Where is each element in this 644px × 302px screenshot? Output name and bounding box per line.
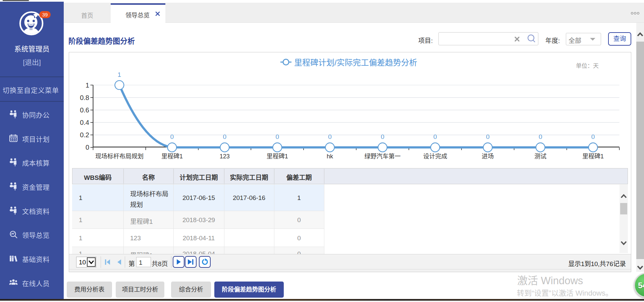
- svg-text:0: 0: [381, 133, 384, 140]
- svg-text:0: 0: [486, 133, 490, 140]
- svg-text:0.4: 0.4: [80, 119, 89, 126]
- svg-text:0.8: 0.8: [80, 94, 89, 101]
- svg-text:0.6: 0.6: [80, 106, 89, 114]
- svg-text:0: 0: [275, 133, 279, 140]
- svg-text:0: 0: [170, 133, 174, 140]
- svg-text:0: 0: [328, 133, 332, 140]
- svg-text:0: 0: [539, 133, 542, 140]
- svg-text:单位：天: 单位：天: [576, 63, 599, 69]
- svg-text:绿野汽车第一: 绿野汽车第一: [365, 153, 401, 160]
- svg-text:现场标杆布局规划: 现场标杆布局规划: [95, 153, 144, 160]
- svg-text:123: 123: [220, 153, 230, 160]
- svg-text:0: 0: [591, 133, 595, 140]
- svg-text:1: 1: [86, 82, 89, 89]
- svg-text:设计完成: 设计完成: [423, 153, 447, 160]
- svg-text:0: 0: [86, 144, 89, 151]
- svg-text:测试: 测试: [534, 153, 546, 160]
- svg-text:1: 1: [118, 71, 121, 78]
- svg-text:hk: hk: [327, 153, 333, 160]
- svg-text:0: 0: [223, 133, 227, 140]
- svg-text:里程碑1: 里程碑1: [267, 153, 288, 160]
- svg-text:0.2: 0.2: [80, 131, 89, 139]
- svg-text:里程碑1: 里程碑1: [161, 153, 183, 160]
- svg-text:里程碑计划/实际完工偏差趋势分析: 里程碑计划/实际完工偏差趋势分析: [294, 58, 417, 67]
- svg-text:里程碑1: 里程碑1: [582, 153, 604, 160]
- svg-text:0: 0: [433, 133, 437, 140]
- svg-text:进场: 进场: [482, 153, 494, 160]
